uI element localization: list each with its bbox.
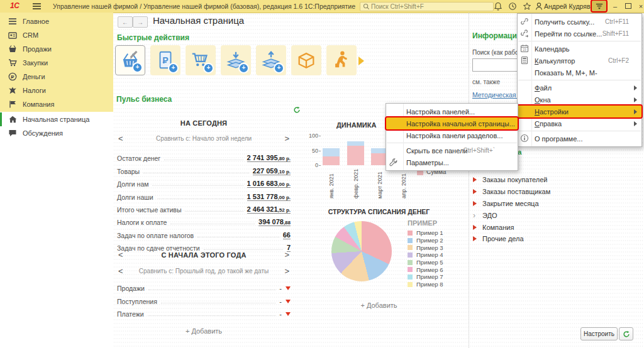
pie-legend-item: Пример 6 bbox=[408, 266, 443, 273]
todo-list: Заказы покупателейЗаказы поставщикамЗакр… bbox=[473, 174, 550, 245]
add-indicator-link[interactable]: + Добавить bbox=[117, 327, 291, 335]
settings-submenu-item-6[interactable]: Параметры... bbox=[386, 156, 518, 168]
see-also-label: см. также bbox=[472, 79, 500, 85]
triangle-down-icon bbox=[286, 300, 291, 303]
service-menu-item-10[interactable]: Настройки bbox=[518, 106, 641, 117]
todo-item[interactable]: Закрытие месяца bbox=[473, 198, 550, 210]
sidebar-item-purchases[interactable]: Закупки bbox=[0, 56, 113, 70]
settings-submenu-item-1[interactable]: Настройка панелей... bbox=[386, 106, 518, 117]
add-chart-link[interactable]: + Добавить bbox=[311, 302, 447, 309]
pie-chart bbox=[331, 221, 392, 281]
service-menu-item-13[interactable]: О программе... bbox=[518, 133, 641, 144]
history-icon[interactable] bbox=[508, 2, 517, 11]
submenu-arrow-icon bbox=[634, 121, 637, 126]
quick-action-courier[interactable] bbox=[326, 45, 357, 75]
quick-action-sale[interactable]: + bbox=[115, 45, 145, 75]
quick-action-money-in[interactable]: + bbox=[221, 45, 251, 75]
user-icon[interactable] bbox=[535, 2, 543, 11]
prev-compare-arrow[interactable]: < bbox=[118, 266, 123, 276]
legend-swatch bbox=[408, 260, 413, 265]
triangle-down-icon bbox=[286, 312, 291, 316]
global-search[interactable] bbox=[360, 2, 494, 11]
main-menu-icon[interactable] bbox=[33, 3, 41, 9]
next-period-arrow[interactable]: > bbox=[284, 250, 289, 259]
year-compare: < Сравнить с: Прошлый год, до такой же д… bbox=[117, 268, 291, 275]
sidebar-item-discussions[interactable]: Обсуждения bbox=[0, 126, 113, 140]
maximize-button[interactable] bbox=[623, 1, 633, 11]
sidebar-item-home[interactable]: Начальная страница bbox=[0, 112, 113, 126]
pie-chart-legend: ПРИМЕР Пример 1Пример 2Пример 3Пример 4П… bbox=[408, 219, 443, 288]
service-menu-item-4[interactable]: 23Календарь bbox=[518, 43, 641, 55]
indicator-value[interactable]: 1 531 778,00 р. bbox=[247, 193, 291, 201]
close-button[interactable]: × bbox=[636, 1, 644, 11]
service-menu-item-5[interactable]: КалькуляторCtrl+F2 bbox=[518, 55, 641, 67]
indicator-value[interactable]: 394 078,88 bbox=[258, 218, 291, 226]
window-title: Управление нашей фирмой / Управление наш… bbox=[53, 3, 355, 10]
refresh-icon[interactable] bbox=[293, 106, 302, 115]
sidebar-item-money[interactable]: РДеньги bbox=[0, 70, 113, 84]
minimize-button[interactable]: – bbox=[610, 1, 620, 11]
prev-period-arrow[interactable]: < bbox=[118, 250, 123, 259]
service-menu-item-8[interactable]: Файл bbox=[518, 82, 641, 94]
courier-icon bbox=[331, 50, 352, 71]
indicator-value[interactable]: - bbox=[279, 310, 291, 318]
calculator-icon bbox=[520, 56, 530, 65]
nav-back-button[interactable]: ← bbox=[118, 16, 133, 28]
quick-action-invoice[interactable]: Р+ bbox=[150, 45, 180, 75]
notifications-bell-icon[interactable] bbox=[494, 2, 502, 11]
service-menu-item-6[interactable]: Показать М, М+, М- bbox=[518, 67, 641, 79]
sidebar-item-sales[interactable]: Продажи bbox=[0, 42, 113, 56]
indicator-value[interactable]: 2 464 321,52 р. bbox=[247, 205, 291, 214]
prev-compare-arrow[interactable]: < bbox=[118, 134, 123, 143]
next-compare-arrow[interactable]: > bbox=[284, 134, 289, 143]
refresh-button[interactable] bbox=[619, 327, 633, 340]
pie-legend-item: Пример 4 bbox=[408, 251, 443, 259]
settings-submenu-item-2[interactable]: Настройка начальной страницы... bbox=[386, 117, 518, 129]
todo-item[interactable]: Прочие дела bbox=[473, 233, 550, 245]
quick-action-money-out[interactable]: + bbox=[256, 45, 286, 75]
sidebar-item-taxes[interactable]: Налоги bbox=[0, 84, 113, 97]
service-menu-item-11[interactable]: Справка bbox=[518, 117, 641, 129]
indicator-value[interactable]: - bbox=[279, 285, 291, 292]
service-menu-item-2[interactable]: Перейти по ссылке...Shift+F11 bbox=[518, 28, 641, 40]
chat-icon bbox=[8, 129, 17, 138]
todo-item[interactable]: ›ЭДО bbox=[473, 209, 550, 221]
service-menu-item-1[interactable]: Получить ссылку...Ctrl+F11 bbox=[518, 16, 641, 28]
quick-action-purchase[interactable]: + bbox=[186, 45, 216, 75]
sidebar-item-company[interactable]: Компания bbox=[0, 97, 113, 111]
settings-submenu-item-3[interactable]: Настройка панели разделов... bbox=[386, 129, 518, 141]
sidebar-item-crm[interactable]: CRM bbox=[0, 28, 113, 42]
todo-item[interactable]: Заказы поставщикам bbox=[473, 186, 550, 198]
todo-item[interactable]: Компания bbox=[473, 221, 550, 233]
service-menu-button[interactable] bbox=[592, 1, 606, 11]
sidebar-item-main[interactable]: Главное bbox=[0, 14, 113, 28]
chevron-right-icon[interactable] bbox=[358, 57, 364, 65]
service-menu-item-9[interactable]: Окна bbox=[518, 94, 641, 106]
1c-logo-icon: 1С bbox=[10, 1, 19, 10]
app-window: 1С Управление нашей фирмой / Управление … bbox=[0, 0, 644, 348]
indicator-value[interactable]: 2 741 395,80 р. bbox=[247, 154, 291, 162]
x-axis-label: февр. 2021 bbox=[353, 168, 359, 198]
bar-segment bbox=[347, 141, 364, 146]
legend-swatch bbox=[408, 245, 413, 250]
page-title: Начальная страница bbox=[153, 15, 244, 26]
x-axis-label: янв. 2021 bbox=[328, 168, 335, 198]
settings-submenu-item-5[interactable]: Скрыть все панелиCtrl+Shift+` bbox=[386, 144, 518, 156]
search-input[interactable] bbox=[370, 3, 491, 11]
methodical-info-link[interactable]: Методическая и bbox=[472, 91, 521, 99]
todo-item[interactable]: Заказы покупателей bbox=[473, 174, 550, 186]
indicator-value[interactable]: 227 059,10 р. bbox=[253, 167, 291, 175]
indicator-value[interactable]: - bbox=[279, 298, 291, 305]
nav-forward-button[interactable]: → bbox=[133, 16, 148, 28]
indicator-value[interactable]: 66 bbox=[283, 231, 291, 239]
today-header: НА СЕГОДНЯ bbox=[117, 119, 291, 127]
next-compare-arrow[interactable]: > bbox=[284, 266, 289, 276]
quick-action-goods[interactable] bbox=[291, 45, 321, 75]
ruble-icon: Р bbox=[8, 72, 17, 81]
indicator-value[interactable]: 1 016 683,00 р. bbox=[247, 180, 291, 188]
configure-button[interactable]: Настроить bbox=[580, 327, 618, 340]
favorites-star-icon[interactable] bbox=[523, 2, 531, 11]
triangle-right-icon bbox=[473, 236, 477, 241]
flag-icon bbox=[8, 100, 17, 109]
menu-separator bbox=[518, 131, 641, 131]
